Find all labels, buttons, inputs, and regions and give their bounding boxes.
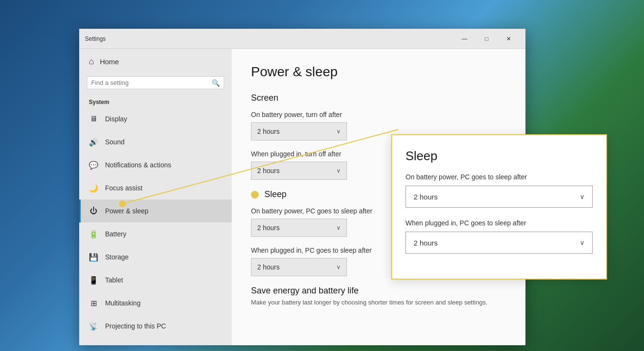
display-icon: 🖥 <box>89 115 98 123</box>
multitasking-icon: ⊞ <box>89 299 98 308</box>
screen-battery-dropdown[interactable]: 2 hours ∨ <box>251 122 347 140</box>
storage-icon: 💾 <box>89 253 98 262</box>
sidebar-item-tablet[interactable]: 📱 Tablet <box>79 269 232 292</box>
screen-battery-value: 2 hours <box>257 128 280 135</box>
sidebar-item-label: Projecting to this PC <box>105 322 166 330</box>
sidebar-item-projecting[interactable]: 📡 Projecting to this PC <box>79 315 232 338</box>
sidebar-item-storage[interactable]: 💾 Storage <box>79 246 232 269</box>
home-icon: ⌂ <box>89 57 94 67</box>
callout-battery-arrow-icon: ∨ <box>580 193 584 200</box>
sleep-plugged-value: 2 hours <box>257 263 280 271</box>
search-bar: 🔍 <box>87 76 224 89</box>
callout-plugged-label: When plugged in, PC goes to sleep after <box>405 219 593 227</box>
minimize-button[interactable]: — <box>453 31 476 47</box>
sidebar-item-focus-assist[interactable]: 🌙 Focus assist <box>79 176 232 199</box>
sidebar-section-label: System <box>79 95 232 107</box>
tablet-icon: 📱 <box>89 276 98 285</box>
sidebar-item-label: Focus assist <box>105 184 143 192</box>
sleep-plugged-arrow-icon: ∨ <box>336 264 341 270</box>
sidebar-item-notifications[interactable]: 💬 Notifications & actions <box>79 153 232 176</box>
notifications-icon: 💬 <box>89 161 98 170</box>
callout-battery-value: 2 hours <box>414 193 438 201</box>
save-energy-title: Save energy and battery life <box>251 286 506 296</box>
battery-icon: 🔋 <box>89 230 98 239</box>
title-bar-controls: — □ ✕ <box>453 31 520 47</box>
page-title: Power & sleep <box>251 64 506 80</box>
sleep-plugged-dropdown[interactable]: 2 hours ∨ <box>251 258 347 276</box>
search-input[interactable] <box>91 79 212 86</box>
callout-popup: Sleep On battery power, PC goes to sleep… <box>391 134 607 280</box>
sidebar-item-label: Power & sleep <box>105 207 148 215</box>
sound-icon: 🔊 <box>89 138 98 147</box>
sidebar-item-multitasking[interactable]: ⊞ Multitasking <box>79 292 232 315</box>
callout-title: Sleep <box>405 149 593 164</box>
callout-plugged-dropdown[interactable]: 2 hours ∨ <box>405 232 593 254</box>
focus-assist-icon: 🌙 <box>89 184 98 193</box>
sleep-battery-dropdown[interactable]: 2 hours ∨ <box>251 219 347 237</box>
screen-plugged-arrow-icon: ∨ <box>336 167 341 174</box>
sidebar-item-home[interactable]: ⌂ Home <box>79 49 232 74</box>
sidebar-item-label: Notifications & actions <box>105 161 171 169</box>
sleep-battery-value: 2 hours <box>257 224 280 232</box>
sidebar-item-label: Display <box>105 115 127 123</box>
sleep-dot-indicator <box>251 191 259 199</box>
sleep-section-title: Sleep <box>264 189 286 199</box>
maximize-button[interactable]: □ <box>476 31 498 47</box>
sidebar: ⌂ Home 🔍 System 🖥 Display 🔊 Sound 💬 Noti… <box>79 49 232 345</box>
callout-plugged-arrow-icon: ∨ <box>580 239 584 246</box>
callout-plugged-value: 2 hours <box>414 239 438 247</box>
window-title: Settings <box>85 35 453 42</box>
sidebar-item-battery[interactable]: 🔋 Battery <box>79 222 232 246</box>
home-label: Home <box>100 58 119 66</box>
sidebar-item-label: Multitasking <box>105 299 141 307</box>
sidebar-item-label: Sound <box>105 138 124 146</box>
callout-battery-dropdown[interactable]: 2 hours ∨ <box>405 186 593 208</box>
title-bar: Settings — □ ✕ <box>79 29 525 49</box>
sidebar-item-power-sleep[interactable]: ⏻ Power & sleep <box>79 199 232 222</box>
screen-battery-label: On battery power, turn off after <box>251 111 506 118</box>
close-button[interactable]: ✕ <box>498 31 520 47</box>
projecting-icon: 📡 <box>89 322 98 331</box>
screen-plugged-dropdown[interactable]: 2 hours ∨ <box>251 162 347 180</box>
sidebar-item-label: Storage <box>105 253 129 261</box>
callout-battery-label: On battery power, PC goes to sleep after <box>405 173 593 181</box>
sidebar-item-label: Tablet <box>105 276 123 284</box>
screen-battery-arrow-icon: ∨ <box>336 128 341 135</box>
sidebar-item-display[interactable]: 🖥 Display <box>79 107 232 130</box>
sidebar-item-label: Battery <box>105 230 126 238</box>
search-icon: 🔍 <box>212 79 220 87</box>
sidebar-item-sound[interactable]: 🔊 Sound <box>79 130 232 153</box>
save-energy-description: Make your battery last longer by choosin… <box>251 299 506 306</box>
power-sleep-icon: ⏻ <box>89 207 98 215</box>
screen-plugged-value: 2 hours <box>257 167 280 175</box>
sleep-battery-arrow-icon: ∨ <box>336 224 341 231</box>
screen-section-title: Screen <box>251 93 506 103</box>
